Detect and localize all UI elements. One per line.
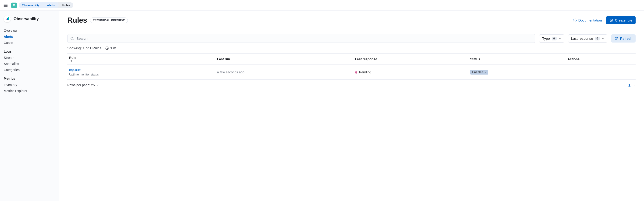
sidebar-item-overview[interactable]: Overview xyxy=(4,28,55,34)
pagination: 1 xyxy=(624,83,636,87)
hamburger-icon xyxy=(3,3,8,8)
rule-last-response-text: Pending xyxy=(359,70,371,74)
column-header-actions: Actions xyxy=(566,54,636,65)
sidebar-item-anomalies[interactable]: Anomalies xyxy=(4,61,55,67)
breadcrumb: Observability Alerts Rules xyxy=(19,2,73,8)
documentation-link[interactable]: ? Documentation xyxy=(573,18,602,22)
column-header-last-response[interactable]: Last response xyxy=(353,54,468,65)
top-header: D Observability Alerts Rules xyxy=(0,0,644,11)
help-icon: ? xyxy=(573,18,577,22)
sidebar-heading-metrics: Metrics xyxy=(4,75,55,82)
interval-value: 1 m xyxy=(110,46,116,50)
sidebar: Observability Overview Alerts Cases Logs… xyxy=(0,11,59,201)
observability-icon xyxy=(4,16,11,22)
sidebar-item-stream[interactable]: Stream xyxy=(4,55,55,61)
page-header: Rules TECHNICAL PREVIEW ? Documentation … xyxy=(67,16,636,29)
sidebar-item-categories[interactable]: Categories xyxy=(4,67,55,73)
column-header-rule-label: Rule xyxy=(69,56,76,60)
refresh-button[interactable]: Refresh xyxy=(611,34,636,42)
chevron-left-icon xyxy=(624,84,626,86)
rule-status-toggle[interactable]: Enabled xyxy=(470,70,488,74)
controls-row: Type 0 Last response 0 Refresh xyxy=(67,34,636,43)
type-filter-count: 0 xyxy=(552,37,556,40)
svg-text:?: ? xyxy=(574,19,576,22)
svg-rect-0 xyxy=(6,19,6,20)
search-input[interactable] xyxy=(76,36,532,40)
sort-asc-icon xyxy=(70,60,73,62)
showing-text: Showing: 1 of 1 Rules xyxy=(67,46,102,50)
pagination-next xyxy=(633,84,636,86)
sidebar-item-metrics-explorer[interactable]: Metrics Explorer xyxy=(4,88,55,94)
rule-last-run: a few seconds ago xyxy=(215,65,353,80)
breadcrumb-rules: Rules xyxy=(58,2,73,8)
chevron-down-icon xyxy=(96,84,99,86)
table-footer: Rows per page: 25 1 xyxy=(67,83,636,87)
plus-circle-icon xyxy=(610,18,613,22)
rule-status-label: Enabled xyxy=(472,70,483,74)
create-rule-button-label: Create rule xyxy=(615,18,632,22)
pagination-page-1[interactable]: 1 xyxy=(628,83,630,87)
pagination-prev xyxy=(624,84,626,86)
refresh-icon xyxy=(614,37,618,40)
type-filter-button[interactable]: Type 0 xyxy=(539,34,564,42)
rows-per-page-selector[interactable]: Rows per page: 25 xyxy=(67,83,99,87)
rule-actions-cell xyxy=(566,65,636,80)
rows-per-page-label: Rows per page: 25 xyxy=(67,83,95,87)
chevron-down-icon xyxy=(484,71,486,74)
sidebar-item-inventory[interactable]: Inventory xyxy=(4,82,55,88)
chevron-right-icon xyxy=(633,84,636,86)
search-box[interactable] xyxy=(67,34,535,43)
sidebar-heading-logs: Logs xyxy=(4,48,55,55)
search-icon xyxy=(70,37,74,40)
create-rule-button[interactable]: Create rule xyxy=(606,16,636,24)
breadcrumb-observability[interactable]: Observability xyxy=(19,2,44,8)
status-dot-icon xyxy=(355,71,357,74)
main-content: Rules TECHNICAL PREVIEW ? Documentation … xyxy=(59,11,644,201)
sidebar-item-cases[interactable]: Cases xyxy=(4,40,55,46)
column-header-last-run[interactable]: Last run xyxy=(215,54,353,65)
breadcrumb-alerts[interactable]: Alerts xyxy=(42,2,59,8)
clock-icon xyxy=(105,46,109,50)
space-selector[interactable]: D xyxy=(11,2,17,8)
last-response-filter-button[interactable]: Last response 0 xyxy=(568,34,608,42)
sidebar-item-alerts[interactable]: Alerts xyxy=(4,34,55,40)
last-response-filter-label: Last response xyxy=(571,36,593,40)
menu-toggle-button[interactable] xyxy=(2,2,9,9)
showing-row: Showing: 1 of 1 Rules 1 m xyxy=(67,46,636,50)
interval-indicator[interactable]: 1 m xyxy=(105,46,116,50)
rules-table: Rule Last run Last response Status Actio… xyxy=(67,53,636,80)
sidebar-app-title: Observability xyxy=(14,16,39,21)
svg-rect-2 xyxy=(8,17,9,20)
rule-name-link[interactable]: my-rule xyxy=(69,68,213,72)
svg-rect-1 xyxy=(7,18,8,20)
page-title: Rules xyxy=(67,16,87,24)
table-row: my-rule Uptime monitor status a few seco… xyxy=(67,65,636,80)
sidebar-app-link[interactable]: Observability xyxy=(4,14,55,23)
column-header-status[interactable]: Status xyxy=(468,54,566,65)
last-response-filter-count: 0 xyxy=(595,37,600,40)
rule-type-label: Uptime monitor status xyxy=(69,73,213,76)
rule-last-response: Pending xyxy=(353,65,468,80)
column-header-rule[interactable]: Rule xyxy=(67,54,215,65)
type-filter-label: Type xyxy=(542,36,550,40)
refresh-button-label: Refresh xyxy=(620,36,632,40)
technical-preview-badge: TECHNICAL PREVIEW xyxy=(90,18,128,23)
documentation-link-label: Documentation xyxy=(578,18,602,22)
chevron-down-icon xyxy=(602,37,604,40)
chevron-down-icon xyxy=(558,37,561,40)
